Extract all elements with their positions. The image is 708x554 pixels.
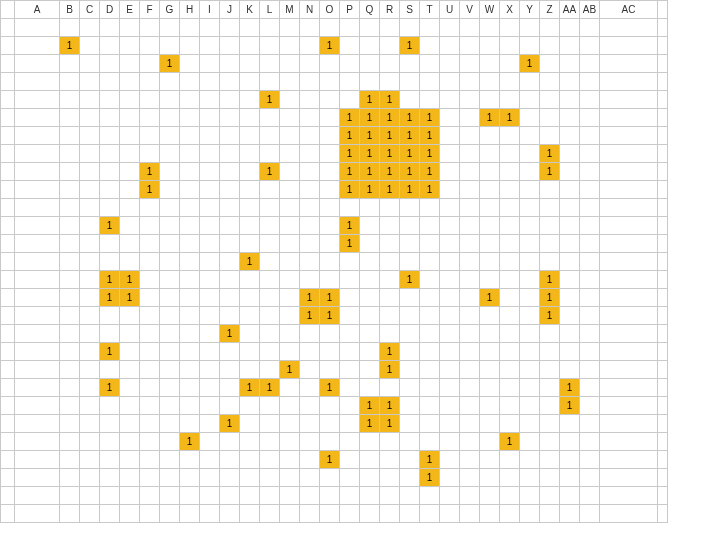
cell-Y5[interactable] [520,91,540,109]
cell-D6[interactable] [100,109,120,127]
cell-M8[interactable] [280,145,300,163]
cell-Q20[interactable] [360,361,380,379]
cell-F19[interactable] [140,343,160,361]
cell-G15[interactable] [160,271,180,289]
cell-AA15[interactable] [560,271,580,289]
cell-P16[interactable] [340,289,360,307]
cell-O26[interactable] [320,469,340,487]
cell-W27[interactable] [480,487,500,505]
cell-Q11[interactable] [360,199,380,217]
cell-O18[interactable] [320,325,340,343]
cell-P1[interactable] [340,19,360,37]
cell-O24[interactable] [320,433,340,451]
cell-E10[interactable] [120,181,140,199]
cell-L3[interactable] [260,55,280,73]
cell-M15[interactable] [280,271,300,289]
cell-F9[interactable]: 1 [140,163,160,181]
cell-AB7[interactable] [580,127,600,145]
cell-Y8[interactable] [520,145,540,163]
cell-E14[interactable] [120,253,140,271]
cell-G10[interactable] [160,181,180,199]
cell-D11[interactable] [100,199,120,217]
cell-A6[interactable] [15,109,60,127]
cell-O14[interactable] [320,253,340,271]
cell-O22[interactable] [320,397,340,415]
cell-V1[interactable] [460,19,480,37]
cell-Z26[interactable] [540,469,560,487]
cell-J16[interactable] [220,289,240,307]
cell-W19[interactable] [480,343,500,361]
cell-I14[interactable] [200,253,220,271]
cell-A27[interactable] [15,487,60,505]
cell-A4[interactable] [15,73,60,91]
cell-I27[interactable] [200,487,220,505]
cell-H20[interactable] [180,361,200,379]
cell-F7[interactable] [140,127,160,145]
cell-R21[interactable] [380,379,400,397]
row-header-14[interactable] [1,253,15,271]
cell-AC2[interactable] [600,37,658,55]
cell-X21[interactable] [500,379,520,397]
cell-O13[interactable] [320,235,340,253]
cell-S3[interactable] [400,55,420,73]
cell-U21[interactable] [440,379,460,397]
cell-AA21[interactable]: 1 [560,379,580,397]
row-header-4[interactable] [1,73,15,91]
cell-K12[interactable] [240,217,260,235]
cell-P3[interactable] [340,55,360,73]
cell-K19[interactable] [240,343,260,361]
cell-AA10[interactable] [560,181,580,199]
cell-J4[interactable] [220,73,240,91]
cell-E19[interactable] [120,343,140,361]
cell-V15[interactable] [460,271,480,289]
cell-C2[interactable] [80,37,100,55]
cell-B19[interactable] [60,343,80,361]
cell-T21[interactable] [420,379,440,397]
cell-G17[interactable] [160,307,180,325]
column-header-W[interactable]: W [480,1,500,19]
cell-AA23[interactable] [560,415,580,433]
row-header-1[interactable] [1,19,15,37]
cell-H3[interactable] [180,55,200,73]
cell-D27[interactable] [100,487,120,505]
cell-I10[interactable] [200,181,220,199]
cell-B28[interactable] [60,505,80,523]
cell-N2[interactable] [300,37,320,55]
cell-S16[interactable] [400,289,420,307]
cell-R12[interactable] [380,217,400,235]
cell-AB8[interactable] [580,145,600,163]
cell-Q3[interactable] [360,55,380,73]
cell-D24[interactable] [100,433,120,451]
cell-P4[interactable] [340,73,360,91]
row-header-27[interactable] [1,487,15,505]
cell-X4[interactable] [500,73,520,91]
cell-AC12[interactable] [600,217,658,235]
cell-A12[interactable] [15,217,60,235]
cell-R26[interactable] [380,469,400,487]
cell-U1[interactable] [440,19,460,37]
cell-J15[interactable] [220,271,240,289]
cell-W11[interactable] [480,199,500,217]
cell-G28[interactable] [160,505,180,523]
cell-O15[interactable] [320,271,340,289]
cell-M7[interactable] [280,127,300,145]
cell-S19[interactable] [400,343,420,361]
cell-P15[interactable] [340,271,360,289]
cell-W17[interactable] [480,307,500,325]
cell-V17[interactable] [460,307,480,325]
column-header-AC[interactable]: AC [600,1,658,19]
cell-K22[interactable] [240,397,260,415]
cell-M17[interactable] [280,307,300,325]
cell-V5[interactable] [460,91,480,109]
cell-AB16[interactable] [580,289,600,307]
cell-AB20[interactable] [580,361,600,379]
cell-U3[interactable] [440,55,460,73]
cell-N18[interactable] [300,325,320,343]
cell-F28[interactable] [140,505,160,523]
cell-H13[interactable] [180,235,200,253]
cell-Z15[interactable]: 1 [540,271,560,289]
cell-AB14[interactable] [580,253,600,271]
cell-N22[interactable] [300,397,320,415]
cell-K20[interactable] [240,361,260,379]
cell-AC1[interactable] [600,19,658,37]
